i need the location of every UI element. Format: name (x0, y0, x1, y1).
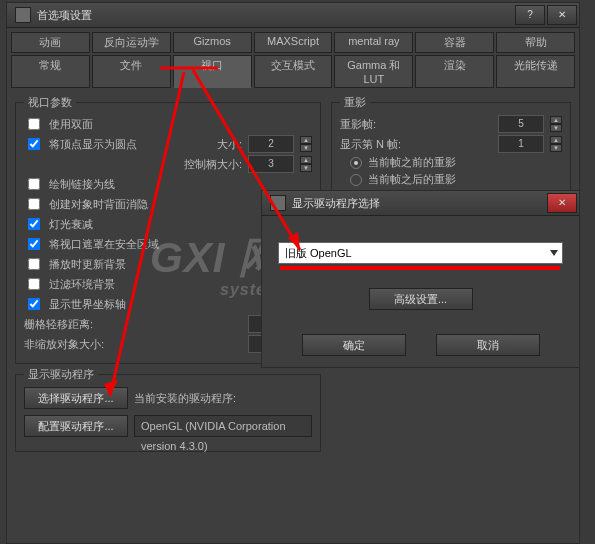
driver-row-2: 配置驱动程序... OpenGL (NVIDIA Corporation ver… (24, 415, 312, 437)
chk-light-atten-box[interactable] (28, 218, 40, 230)
dialog-close-button[interactable]: ✕ (547, 193, 577, 213)
radio-dot-icon (350, 157, 362, 169)
tab-gamma[interactable]: Gamma 和 LUT (334, 55, 413, 88)
ghost-frames-label: 重影帧: (340, 117, 376, 132)
chk-backface-box[interactable] (28, 198, 40, 210)
ghost-nth-value[interactable]: 1 (498, 135, 544, 153)
size-value[interactable]: 2 (248, 135, 294, 153)
dialog-body: 旧版 OpenGL 高级设置... 确定 取消 (262, 216, 579, 366)
current-driver-value: OpenGL (NVIDIA Corporation version 4.3.0… (134, 415, 312, 437)
chevron-down-icon (550, 250, 558, 256)
radio-before[interactable]: 当前帧之前的重影 (350, 155, 562, 170)
window-title: 首选项设置 (37, 3, 92, 27)
group-legend: 重影 (340, 95, 370, 110)
size-spinner[interactable]: ▲▼ (300, 136, 312, 152)
close-button[interactable]: ✕ (547, 5, 577, 25)
size-label: 大小: (217, 137, 242, 152)
tab-maxscript[interactable]: MAXScript (254, 32, 333, 53)
chk-vertex-dot[interactable]: 将顶点显示为圆点 大小: 2 ▲▼ (24, 135, 312, 153)
advanced-button[interactable]: 高级设置... (369, 288, 473, 310)
tab-anim[interactable]: 动画 (11, 32, 90, 53)
tab-container[interactable]: 容器 (415, 32, 494, 53)
handle-label: 控制柄大小: (184, 157, 242, 172)
ghost-nth-spinner[interactable]: ▲▼ (550, 136, 562, 152)
tab-gizmos[interactable]: Gizmos (173, 32, 252, 53)
handle-value[interactable]: 3 (248, 155, 294, 173)
help-button[interactable]: ? (515, 5, 545, 25)
group-legend: 显示驱动程序 (24, 367, 98, 382)
tab-strip: 动画 反向运动学 Gizmos MAXScript mental ray 容器 … (7, 28, 579, 94)
handle-row: 控制柄大小: 3 ▲▼ (24, 155, 312, 173)
title-bar: 首选项设置 ? ✕ (7, 3, 579, 28)
nonscale-label: 非缩放对象大小: (24, 337, 104, 352)
ok-button[interactable]: 确定 (302, 334, 406, 356)
chk-vertex-dot-box[interactable] (28, 138, 40, 150)
tab-general[interactable]: 常规 (11, 55, 90, 88)
driver-combo[interactable]: 旧版 OpenGL (278, 242, 563, 264)
tab-row-1: 动画 反向运动学 Gizmos MAXScript mental ray 容器 … (11, 32, 575, 53)
ghost-frames-value[interactable]: 5 (498, 115, 544, 133)
group-display-driver: 显示驱动程序 选择驱动程序... 当前安装的驱动程序: 配置驱动程序... Op… (15, 374, 321, 452)
window-sys-buttons: ? ✕ (511, 3, 579, 27)
chk-use-dual[interactable]: 使用双面 (24, 115, 312, 133)
grid-dist-label: 栅格轻移距离: (24, 317, 93, 332)
app-icon (15, 7, 31, 23)
cancel-button[interactable]: 取消 (436, 334, 540, 356)
dialog-sys: ✕ (543, 191, 579, 215)
driver-combo-value: 旧版 OpenGL (285, 246, 352, 261)
current-driver-label: 当前安装的驱动程序: (134, 391, 236, 406)
dialog-title: 显示驱动程序选择 (292, 191, 380, 215)
dialog-icon (270, 195, 286, 211)
driver-row-1: 选择驱动程序... 当前安装的驱动程序: (24, 387, 312, 409)
config-driver-button[interactable]: 配置驱动程序... (24, 415, 128, 437)
dialog-buttons: 确定 取消 (278, 334, 563, 356)
tab-mentalray[interactable]: mental ray (334, 32, 413, 53)
chk-play-bg-box[interactable] (28, 258, 40, 270)
tab-viewport[interactable]: 视口 (173, 55, 252, 88)
ghost-frames-row: 重影帧: 5 ▲▼ (340, 115, 562, 133)
group-legend: 视口参数 (24, 95, 76, 110)
driver-select-dialog: 显示驱动程序选择 ✕ 旧版 OpenGL 高级设置... 确定 取消 (261, 190, 580, 368)
tab-file[interactable]: 文件 (92, 55, 171, 88)
tab-radiosity[interactable]: 光能传递 (496, 55, 575, 88)
radio-dot-icon (350, 174, 362, 186)
chk-world-axis-box[interactable] (28, 298, 40, 310)
tab-help[interactable]: 帮助 (496, 32, 575, 53)
chk-draw-link-box[interactable] (28, 178, 40, 190)
chk-filter-bg-box[interactable] (28, 278, 40, 290)
handle-spinner[interactable]: ▲▼ (300, 156, 312, 172)
ghost-nth-label: 显示第 N 帧: (340, 137, 401, 152)
advanced-row: 高级设置... (278, 288, 563, 310)
radio-after[interactable]: 当前帧之后的重影 (350, 172, 562, 187)
tab-render[interactable]: 渲染 (415, 55, 494, 88)
chk-mask-safe-box[interactable] (28, 238, 40, 250)
ghost-frames-spinner[interactable]: ▲▼ (550, 116, 562, 132)
chk-use-dual-box[interactable] (28, 118, 40, 130)
ghost-nth-row: 显示第 N 帧: 1 ▲▼ (340, 135, 562, 153)
tab-interact[interactable]: 交互模式 (254, 55, 333, 88)
select-driver-button[interactable]: 选择驱动程序... (24, 387, 128, 409)
tab-ik[interactable]: 反向运动学 (92, 32, 171, 53)
tab-row-2: 常规 文件 视口 交互模式 Gamma 和 LUT 渲染 光能传递 (11, 55, 575, 88)
dialog-title-bar: 显示驱动程序选择 ✕ (262, 191, 579, 216)
